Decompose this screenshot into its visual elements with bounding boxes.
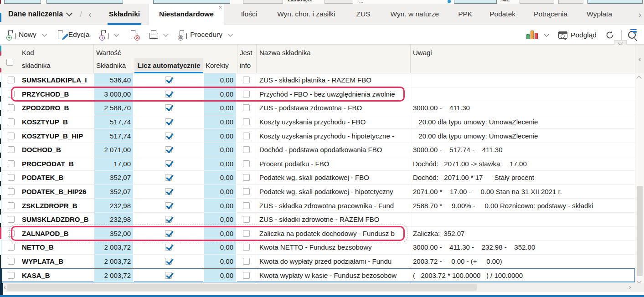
cell-jest-info[interactable]	[237, 269, 256, 282]
chevron-down-icon[interactable]	[227, 31, 232, 36]
row-select-checkbox[interactable]	[8, 230, 15, 237]
select-all-checkbox[interactable]	[6, 59, 13, 66]
cell-jest-info[interactable]	[237, 157, 256, 171]
cell-licz-automatycznie[interactable]	[134, 115, 203, 129]
search-filter-button[interactable]	[628, 31, 636, 39]
cell-kod-skladnika[interactable]: PROCPODAT_B	[18, 157, 93, 171]
cell-nazwa-skladnika[interactable]: Dochód - podstawa opodatkowania FBO	[256, 143, 410, 157]
tab-niestandardowe[interactable]: Niestandardowe ×	[149, 4, 224, 25]
cell-uwagi[interactable]: 2588.70 * 9.00% - 0.00 Roznicowo: podsta…	[410, 199, 635, 212]
cell-kod-skladnika[interactable]: ZPODZDRO_B	[18, 101, 93, 115]
row-select-checkbox[interactable]	[8, 104, 15, 111]
cell-kod-skladnika[interactable]: SUMSKLADZDRO_B	[18, 213, 93, 226]
cell-kod-skladnika[interactable]: ZALNAPOD_B	[18, 227, 93, 241]
licz-automatycznie-checkbox[interactable]	[165, 146, 172, 153]
table-row[interactable]: PRZYCHOD_B 3 000,00 0,00 Przychód - FBO …	[0, 87, 635, 102]
jest-info-checkbox[interactable]	[243, 160, 250, 167]
cell-korekty[interactable]: 0,00	[203, 101, 237, 115]
cell-wartosc-skladnika[interactable]: 232,98	[93, 213, 134, 226]
cell-uwagi[interactable]: Zaliczka: 352.07	[410, 227, 635, 241]
table-row[interactable]: ZPODZDRO_B 2 588,70 0,00 ZUS - podstawa …	[0, 101, 635, 115]
jest-info-checkbox[interactable]	[243, 188, 250, 195]
cell-kod-skladnika[interactable]: NETTO_B	[18, 241, 93, 254]
cell-uwagi[interactable]	[410, 73, 635, 87]
cell-korekty[interactable]: 0,00	[203, 199, 237, 212]
header-licz-automatycznie[interactable]: Licz automatycznie	[134, 58, 203, 73]
cell-licz-automatycznie[interactable]	[134, 73, 203, 87]
close-icon[interactable]: ×	[218, 4, 222, 10]
table-row[interactable]: PODATEK_B_HIP26 352,07 0,00 Podatek wg. …	[0, 185, 635, 199]
cell-korekty[interactable]: 0,00	[203, 185, 237, 199]
cell-licz-automatycznie[interactable]	[134, 255, 203, 268]
cell-nazwa-skladnika[interactable]: ZUS - podstawa zdrowotna - FBO	[256, 101, 410, 115]
jest-info-checkbox[interactable]	[243, 230, 250, 237]
cell-wartosc-skladnika[interactable]: 17,00	[93, 157, 134, 171]
cell-nazwa-skladnika[interactable]: Kwota NETTO - Fundusz bezsobowy	[256, 241, 410, 254]
cell-jest-info[interactable]	[237, 87, 256, 101]
header-kod[interactable]: Kod	[22, 49, 34, 56]
jest-info-checkbox[interactable]	[243, 91, 250, 97]
cell-jest-info[interactable]	[237, 199, 256, 212]
jest-info-checkbox[interactable]	[243, 77, 250, 83]
table-row[interactable]: WYPLATA_B 2 003,72 0,00 Kwota do wypłaty…	[0, 255, 635, 269]
cell-licz-automatycznie[interactable]	[134, 157, 203, 171]
cell-kod-skladnika[interactable]: WYPLATA_B	[18, 255, 93, 268]
header-kod-line2[interactable]: składnika	[22, 61, 51, 69]
table-row[interactable]: SUMSKLADKIPLA_I 536,40 0,00 ZUS - składk…	[0, 73, 635, 87]
cell-kod-skladnika[interactable]: PODATEK_B	[18, 171, 93, 184]
cell-korekty[interactable]: 0,00	[203, 115, 237, 129]
licz-automatycznie-checkbox[interactable]	[165, 118, 172, 125]
preview-button[interactable]: Podgląd	[558, 31, 597, 39]
jest-info-checkbox[interactable]	[243, 202, 250, 209]
row-select-checkbox[interactable]	[8, 174, 15, 181]
cell-licz-automatycznie[interactable]	[134, 129, 203, 143]
cell-licz-automatycznie[interactable]	[134, 241, 203, 254]
table-row[interactable]: PODATEK_B 352,07 0,00 Podatek wg. skali …	[0, 171, 635, 185]
cell-kod-skladnika[interactable]: KASA_B	[18, 269, 93, 282]
cell-wartosc-skladnika[interactable]: 517,74	[93, 115, 134, 129]
cell-nazwa-skladnika[interactable]: Procent podatku - FBO	[256, 157, 410, 171]
chevron-down-icon[interactable]	[544, 31, 549, 36]
cell-jest-info[interactable]	[237, 73, 256, 87]
table-row[interactable]: DOCHOD_B 2 071,00 0,00 Dochód - podstawa…	[0, 143, 635, 157]
cell-wartosc-skladnika[interactable]: 352,07	[93, 171, 134, 184]
row-select-checkbox[interactable]	[8, 244, 15, 251]
cell-licz-automatycznie[interactable]	[134, 185, 203, 199]
vertical-scrollbar-thumb[interactable]	[637, 186, 643, 276]
cell-uwagi[interactable]: 2003.72 - 0.00 - (+ 0.00)	[410, 255, 635, 268]
chevron-down-icon[interactable]	[164, 31, 169, 36]
cell-nazwa-skladnika[interactable]: Koszty uzyskania przychodu - hipotetyczn…	[256, 129, 410, 143]
tabs-scroll-right-icon[interactable]: ›	[639, 10, 641, 20]
table-row[interactable]: KOSZTYUP_B 517,74 0,00 Koszty uzyskania …	[0, 115, 635, 129]
cell-uwagi[interactable]: 20.00 dla typu umowy: UmowaZlecenie	[410, 129, 635, 143]
jest-info-checkbox[interactable]	[243, 216, 250, 223]
tab-skladniki[interactable]: Składniki	[109, 4, 140, 25]
cell-kod-skladnika[interactable]: PODATEK_B_HIP26	[18, 185, 93, 199]
row-select-checkbox[interactable]	[8, 77, 15, 83]
cell-nazwa-skladnika[interactable]: ZUS - składka zdrowotna pracownika - Fun…	[256, 199, 410, 212]
header-jest-line2[interactable]: info	[240, 61, 251, 69]
cell-wartosc-skladnika[interactable]: 2 003,72	[93, 269, 134, 282]
cell-jest-info[interactable]	[237, 213, 256, 226]
refresh-button[interactable]	[605, 30, 615, 40]
cell-jest-info[interactable]	[237, 255, 256, 268]
header-nazwa[interactable]: Nazwa składnika	[259, 49, 311, 56]
cell-licz-automatycznie[interactable]	[134, 213, 203, 226]
cell-jest-info[interactable]	[237, 171, 256, 184]
edit-button[interactable]: Edycja	[58, 30, 90, 39]
jest-info-checkbox[interactable]	[243, 146, 250, 153]
header-korekty[interactable]: Korekty	[206, 61, 229, 69]
cell-wartosc-skladnika[interactable]: 352,00	[93, 227, 134, 241]
licz-automatycznie-checkbox[interactable]	[165, 160, 172, 167]
row-select-checkbox[interactable]	[8, 216, 15, 223]
chart-button[interactable]	[526, 31, 548, 39]
tabs-scroll-left-icon[interactable]: ‹	[88, 9, 92, 20]
horizontal-scrollbar-thumb[interactable]	[7, 284, 477, 291]
licz-automatycznie-checkbox[interactable]	[165, 244, 172, 251]
cell-korekty[interactable]: 0,00	[203, 171, 237, 184]
cell-nazwa-skladnika[interactable]: Kwota do wypłaty przed podziałami - Fund…	[256, 255, 410, 268]
new-button[interactable]: + Nowy	[8, 30, 46, 39]
tab-podatek[interactable]: Podatek	[489, 4, 515, 25]
cell-uwagi[interactable]: ( 2003.72 * 100.0000 ) / 100.0000	[410, 269, 635, 282]
cell-licz-automatycznie[interactable]	[134, 269, 203, 282]
